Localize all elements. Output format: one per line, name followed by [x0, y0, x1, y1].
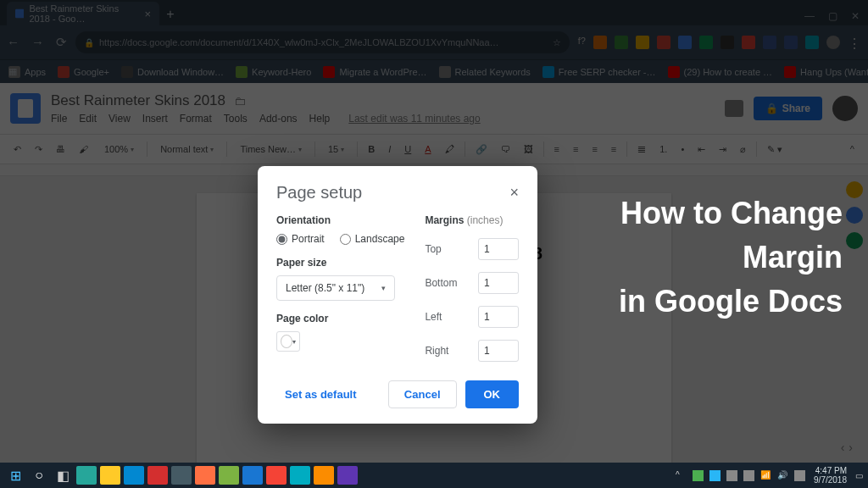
- tray-icon[interactable]: [743, 470, 754, 481]
- share-button[interactable]: 🔒 Share: [754, 97, 822, 120]
- bookmark-item[interactable]: Keyword-Hero: [236, 66, 311, 78]
- tray-icon[interactable]: [794, 470, 805, 481]
- paint-format-icon[interactable]: 🖌: [75, 141, 92, 157]
- paper-size-select[interactable]: Letter (8.5" x 11"): [276, 275, 395, 301]
- close-icon[interactable]: ×: [509, 184, 519, 202]
- tray-chevron-icon[interactable]: ^: [676, 470, 687, 481]
- align-center-icon[interactable]: ≡: [570, 141, 581, 157]
- wifi-icon[interactable]: 📶: [760, 470, 771, 481]
- print-icon[interactable]: 🖶: [53, 141, 69, 157]
- orientation-landscape[interactable]: Landscape: [340, 233, 405, 245]
- set-default-button[interactable]: Set as default: [276, 381, 365, 408]
- keep-icon[interactable]: [846, 181, 863, 198]
- chevron-up-icon[interactable]: ^: [847, 141, 858, 157]
- margin-bottom-input[interactable]: [478, 272, 519, 294]
- underline-icon[interactable]: U: [401, 141, 415, 157]
- bookmark-item[interactable]: Hang Ups (Want Yo…: [784, 66, 868, 78]
- window-minimize-icon[interactable]: —: [804, 10, 815, 22]
- avatar[interactable]: [832, 96, 858, 121]
- bookmark-item[interactable]: Migrate a WordPre…: [323, 66, 426, 78]
- tasks-icon[interactable]: [846, 207, 863, 224]
- comment-icon[interactable]: 🗨: [498, 141, 514, 157]
- chevron-left-icon[interactable]: ‹: [841, 441, 845, 454]
- menu-tools[interactable]: Tools: [224, 113, 248, 125]
- align-justify-icon[interactable]: ≡: [608, 141, 620, 157]
- italic-icon[interactable]: I: [385, 141, 394, 157]
- menu-view[interactable]: View: [108, 113, 131, 125]
- taskbar-app[interactable]: [314, 466, 334, 485]
- numbered-list-icon[interactable]: 1.: [656, 141, 670, 157]
- landscape-radio[interactable]: [340, 234, 351, 245]
- window-maximize-icon[interactable]: ▢: [828, 10, 837, 22]
- taskbar-app[interactable]: [219, 466, 239, 485]
- align-left-icon[interactable]: ≡: [551, 141, 563, 157]
- browser-tab[interactable]: Best Rainmeter Skins 2018 - Goo… ×: [7, 2, 159, 25]
- taskbar-app[interactable]: [242, 466, 263, 485]
- bulleted-list-icon[interactable]: •: [677, 141, 687, 157]
- close-icon[interactable]: ×: [144, 8, 151, 20]
- zoom-dropdown[interactable]: 100%: [98, 141, 140, 158]
- bookmark-item[interactable]: ▦Apps: [8, 66, 46, 78]
- indent-decrease-icon[interactable]: ⇤: [694, 141, 709, 158]
- address-bar[interactable]: 🔒 https://docs.google.com/document/d/1X4…: [75, 31, 570, 53]
- notifications-icon[interactable]: ▭: [855, 471, 863, 480]
- addon-icon[interactable]: [846, 232, 863, 249]
- bookmark-item[interactable]: Related Keywords: [439, 66, 531, 78]
- forward-icon[interactable]: →: [31, 35, 44, 50]
- margin-left-input[interactable]: [478, 306, 519, 328]
- image-icon[interactable]: 🖼: [520, 141, 537, 157]
- bookmark-item[interactable]: Free SERP checker -…: [542, 66, 656, 78]
- margin-top-input[interactable]: [478, 238, 519, 260]
- line-spacing-icon[interactable]: 𝌆: [634, 141, 649, 158]
- page-color-picker[interactable]: ▾: [276, 331, 300, 352]
- bookmark-item[interactable]: Download Window…: [121, 66, 224, 78]
- task-view-icon[interactable]: ◧: [53, 466, 73, 485]
- reload-icon[interactable]: ⟳: [56, 35, 67, 50]
- tray-icon[interactable]: [693, 470, 704, 481]
- search-icon[interactable]: ○: [29, 466, 49, 485]
- bookmark-item[interactable]: (29) How to create …: [668, 66, 773, 78]
- taskbar-app[interactable]: [100, 466, 120, 485]
- bold-icon[interactable]: B: [364, 141, 378, 157]
- font-dropdown[interactable]: Times New…: [234, 141, 308, 158]
- folder-icon[interactable]: 🗀: [234, 94, 246, 108]
- docs-logo-icon[interactable]: [10, 93, 41, 124]
- undo-icon[interactable]: ↶: [10, 141, 25, 158]
- ok-button[interactable]: OK: [465, 380, 520, 408]
- taskbar-app[interactable]: [195, 466, 215, 485]
- tray-icon[interactable]: [726, 470, 737, 481]
- window-close-icon[interactable]: ✕: [851, 10, 860, 22]
- taskbar-app[interactable]: [171, 466, 192, 485]
- margin-right-input[interactable]: [478, 340, 519, 362]
- menu-file[interactable]: File: [51, 113, 67, 125]
- back-icon[interactable]: ←: [7, 35, 19, 50]
- menu-addons[interactable]: Add-ons: [259, 113, 298, 125]
- clear-format-icon[interactable]: ⌀: [737, 141, 749, 158]
- portrait-radio[interactable]: [276, 234, 287, 245]
- menu-insert[interactable]: Insert: [142, 113, 168, 125]
- align-right-icon[interactable]: ≡: [588, 141, 600, 157]
- document-title[interactable]: Best Rainmeter Skins 2018: [51, 92, 225, 109]
- indent-increase-icon[interactable]: ⇥: [715, 141, 730, 158]
- chevron-right-icon[interactable]: ›: [849, 441, 853, 454]
- link-icon[interactable]: 🔗: [472, 141, 491, 158]
- editing-mode-icon[interactable]: ✎ ▾: [764, 141, 786, 158]
- star-icon[interactable]: ☆: [553, 37, 561, 48]
- taskbar-app[interactable]: [76, 466, 97, 485]
- last-edit-link[interactable]: Last edit was 11 minutes ago: [348, 113, 480, 125]
- highlight-icon[interactable]: 🖍: [442, 141, 458, 157]
- taskbar-app[interactable]: [266, 466, 287, 485]
- text-color-icon[interactable]: A: [421, 141, 434, 157]
- tray-icon[interactable]: [709, 470, 721, 481]
- redo-icon[interactable]: ↷: [31, 141, 46, 158]
- menu-format[interactable]: Format: [180, 113, 212, 125]
- styles-dropdown[interactable]: Normal text: [154, 141, 220, 158]
- menu-edit[interactable]: Edit: [79, 113, 97, 125]
- cancel-button[interactable]: Cancel: [388, 380, 457, 408]
- font-size[interactable]: 15: [322, 141, 350, 158]
- start-icon[interactable]: ⊞: [5, 466, 25, 485]
- taskbar-app[interactable]: [147, 466, 168, 485]
- taskbar-app[interactable]: [290, 466, 310, 485]
- bookmark-item[interactable]: Google+: [58, 66, 109, 78]
- menu-help[interactable]: Help: [309, 113, 331, 125]
